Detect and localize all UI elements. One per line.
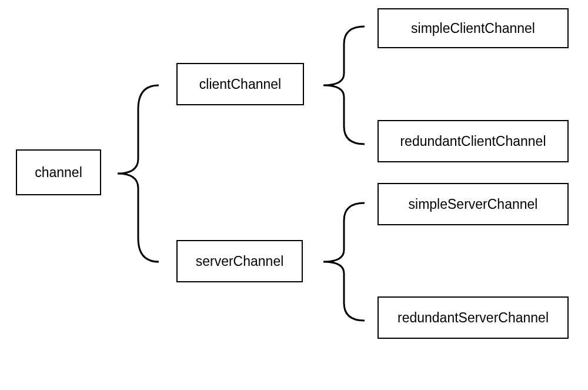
node-simple-server-channel: simpleServerChannel — [377, 183, 569, 225]
node-client-channel-label: clientChannel — [199, 76, 281, 92]
node-simple-server-channel-label: simpleServerChannel — [409, 196, 538, 212]
node-channel: channel — [16, 149, 101, 195]
brace-client — [312, 24, 370, 147]
node-redundant-client-channel-label: redundantClientChannel — [400, 134, 546, 149]
node-redundant-server-channel-label: redundantServerChannel — [397, 310, 549, 326]
node-redundant-server-channel: redundantServerChannel — [377, 296, 569, 339]
node-channel-label: channel — [35, 165, 82, 181]
node-simple-client-channel: simpleClientChannel — [377, 8, 569, 48]
node-redundant-client-channel: redundantClientChannel — [377, 120, 569, 162]
brace-root — [106, 82, 165, 265]
node-simple-client-channel-label: simpleClientChannel — [411, 21, 535, 36]
brace-server — [312, 200, 370, 324]
node-client-channel: clientChannel — [176, 63, 304, 105]
node-server-channel: serverChannel — [176, 240, 303, 282]
node-server-channel-label: serverChannel — [196, 254, 284, 269]
